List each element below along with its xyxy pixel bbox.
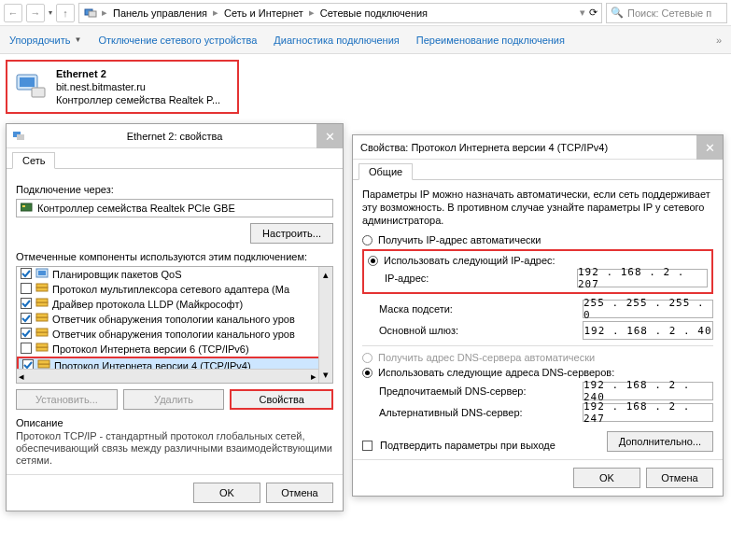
svg-rect-22 [36,332,48,336]
network-icon [12,129,25,144]
ipv4-properties-dialog: Свойства: Протокол Интернета версии 4 (T… [352,134,724,497]
nav-history-dropdown[interactable]: ▾ [49,8,52,17]
toolbar-diagnose[interactable]: Диагностика подключения [274,35,399,46]
adapter-name: Контроллер семейства Realtek PCIe GBE [37,203,235,214]
component-label: Ответчик обнаружения топологии канальног… [52,314,295,325]
explorer-toolbar: Упорядочить ▼ Отключение сетевого устрой… [0,26,731,54]
toolbar-rename[interactable]: Переименование подключения [416,35,565,46]
explorer-header: ← → ▾ ↑ ▸ Панель управления ▸ Сеть и Инт… [0,0,731,26]
svg-rect-24 [21,343,32,354]
scroll-up-icon[interactable]: ▴ [323,269,329,281]
description-box: Описание Протокол TCP/IP - стандартный п… [16,417,333,467]
ok-button[interactable]: OK [193,483,260,503]
component-row[interactable]: Драйвер протокола LLDP (Майкрософт) [17,297,332,312]
connection-device: Контроллер семейства Realtek P... [56,93,220,106]
properties-button[interactable]: Свойства [230,389,333,410]
breadcrumb[interactable]: ▸ Панель управления ▸ Сеть и Интернет ▸ … [78,3,602,23]
ip-auto-radio[interactable]: Получить IP-адрес автоматически [362,234,713,245]
scroll-left-icon[interactable]: ◂ [19,371,24,383]
ip-manual-label: Использовать следующий IP-адрес: [384,255,555,266]
ip-auto-label: Получить IP-адрес автоматически [378,234,541,245]
component-row[interactable]: Ответчик обнаружения топологии канальног… [17,327,332,342]
ip-manual-radio[interactable]: Использовать следующий IP-адрес: [368,255,708,266]
close-button[interactable]: ✕ [696,135,723,160]
checkbox-icon[interactable] [21,313,32,326]
cancel-button[interactable]: Отмена [646,468,713,488]
dialog-title-bar: Ethernet 2: свойства ✕ [7,124,343,148]
connection-item[interactable]: Ethernet 2 bit.nest.bitmaster.ru Контрол… [6,60,239,114]
advanced-button[interactable]: Дополнительно... [607,431,713,452]
cancel-button[interactable]: Отмена [266,483,333,503]
dns1-input[interactable]: 192 . 168 . 2 . 240 [583,382,713,400]
dns-manual-label: Использовать следующие адреса DNS-сервер… [378,367,614,378]
remove-button[interactable]: Удалить [123,389,225,410]
component-label: Планировщик пакетов QoS [52,269,182,280]
crumb-control-panel[interactable]: Панель управления [111,7,209,19]
component-label: Драйвер протокола LLDP (Майкрософт) [52,299,243,310]
refresh-icon[interactable]: ⟳ [589,7,597,19]
component-row[interactable]: Протокол Интернета версии 6 (TCP/IPv6) [17,342,332,357]
nav-back-button[interactable]: ← [4,4,22,22]
scroll-right-icon[interactable]: ▸ [311,371,316,383]
gateway-input[interactable]: 192 . 168 . 2 . 40 [583,321,713,340]
connection-domain: bit.nest.bitmaster.ru [56,80,220,93]
chevron-right-icon: ▸ [309,7,315,19]
ip-address-input[interactable]: 192 . 168 . 2 . 207 [577,269,708,287]
nav-up-button[interactable]: ↑ [56,4,75,22]
tab-network[interactable]: Сеть [12,152,55,169]
svg-rect-28 [38,364,49,368]
install-button[interactable]: Установить... [16,389,118,410]
configure-button[interactable]: Настроить... [250,223,333,244]
close-button[interactable]: ✕ [316,124,343,148]
checkbox-icon[interactable] [21,343,32,356]
connection-name: Ethernet 2 [56,67,220,80]
adapter-field: Контроллер семейства Realtek PCIe GBE [16,199,333,217]
crumb-net-internet[interactable]: Сеть и Интернет [222,7,305,19]
checkbox-icon[interactable] [21,298,32,311]
search-input[interactable]: 🔍 Поиск: Сетевые п [606,3,727,23]
svg-rect-25 [36,347,48,351]
tab-row: Сеть [7,148,343,169]
svg-rect-12 [21,284,32,294]
dialog-title: Ethernet 2: свойства [127,131,223,142]
crumb-net-connections[interactable]: Сетевые подключения [318,7,429,19]
scrollbar-vertical[interactable]: ▴▾ [318,267,332,383]
component-row[interactable]: Планировщик пакетов QoS [17,267,332,282]
component-row[interactable]: Ответчик обнаружения топологии канальног… [17,312,332,327]
search-placeholder: Поиск: Сетевые п [627,7,711,19]
checkbox-icon [362,441,373,451]
svg-rect-6 [17,134,24,140]
component-label: Ответчик обнаружения топологии канальног… [52,329,295,340]
subnet-mask-input[interactable]: 255 . 255 . 255 . 0 [583,300,713,318]
dns2-input[interactable]: 192 . 168 . 2 . 247 [583,403,713,422]
ip-address-label: IP-адрес: [385,273,429,284]
protocol-icon [35,298,49,311]
nav-forward-button[interactable]: → [26,4,45,22]
components-label: Отмеченные компоненты используются этим … [16,251,333,262]
subnet-mask-label: Маска подсети: [379,303,453,315]
dns1-label: Предпочитаемый DNS-сервер: [379,385,526,397]
confirm-on-exit-checkbox[interactable]: Подтвердить параметры при выходе [362,440,555,451]
chevron-right-icon[interactable]: » [716,35,722,46]
toolbar-organize[interactable]: Упорядочить ▼ [9,35,81,46]
protocol-icon [35,283,49,296]
chevron-down-icon[interactable]: ▾ [580,7,585,19]
checkbox-icon[interactable] [21,283,32,296]
tab-general[interactable]: Общие [358,163,413,180]
components-list[interactable]: Планировщик пакетов QoSПротокол мультипл… [16,266,333,384]
radio-icon [362,235,373,245]
ethernet-properties-dialog: Ethernet 2: свойства ✕ Сеть Подключение … [6,123,344,511]
checkbox-icon[interactable] [21,268,32,281]
component-row[interactable]: Протокол мультиплексора сетевого адаптер… [17,282,332,297]
dns-manual-radio[interactable]: Использовать следующие адреса DNS-сервер… [362,367,713,378]
radio-icon [368,256,378,266]
network-icon [83,6,98,21]
ip-manual-highlight: Использовать следующий IP-адрес: IP-адре… [362,249,713,294]
toolbar-disable[interactable]: Отключение сетевого устройства [98,35,257,46]
scrollbar-horizontal[interactable]: ◂▸ [17,369,318,383]
scroll-down-icon[interactable]: ▾ [323,369,329,381]
confirm-on-exit-label: Подтвердить параметры при выходе [380,440,555,451]
nic-icon [21,202,34,215]
checkbox-icon[interactable] [21,328,32,341]
ok-button[interactable]: OK [573,468,640,488]
